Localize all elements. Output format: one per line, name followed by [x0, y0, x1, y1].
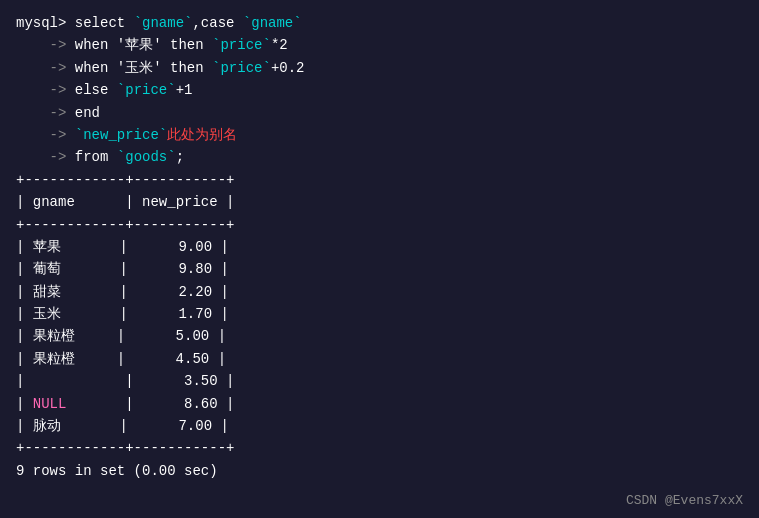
table-row: | 甜菜 | 2.20 | — [16, 281, 743, 303]
table-row: | 葡萄 | 9.80 | — [16, 258, 743, 280]
query-line-7: -> from `goods`; — [16, 146, 743, 168]
table-header: | gname | new_price | — [16, 191, 743, 213]
query-line-5: -> end — [16, 102, 743, 124]
terminal-window: mysql> select `gname`,case `gname` -> wh… — [0, 0, 759, 518]
query-line-3: -> when '玉米' then `price`+0.2 — [16, 57, 743, 79]
query-line-6: -> `new_price`此处为别名 — [16, 124, 743, 146]
result-summary: 9 rows in set (0.00 sec) — [16, 460, 743, 482]
watermark: CSDN @Evens7xxX — [626, 493, 743, 508]
table-row: | 果粒橙 | 4.50 | — [16, 348, 743, 370]
table-row: | 玉米 | 1.70 | — [16, 303, 743, 325]
table-row: | 脉动 | 7.00 | — [16, 415, 743, 437]
table-row: | | 3.50 | — [16, 370, 743, 392]
query-line-2: -> when '苹果' then `price`*2 — [16, 34, 743, 56]
table-border-mid: +------------+-----------+ — [16, 214, 743, 236]
table-row: | 苹果 | 9.00 | — [16, 236, 743, 258]
table-border-bottom: +------------+-----------+ — [16, 437, 743, 459]
table-row-null: | NULL | 8.60 | — [16, 393, 743, 415]
table-row: | 果粒橙 | 5.00 | — [16, 325, 743, 347]
query-line-4: -> else `price`+1 — [16, 79, 743, 101]
table-border-top: +------------+-----------+ — [16, 169, 743, 191]
query-line-1: mysql> select `gname`,case `gname` — [16, 12, 743, 34]
